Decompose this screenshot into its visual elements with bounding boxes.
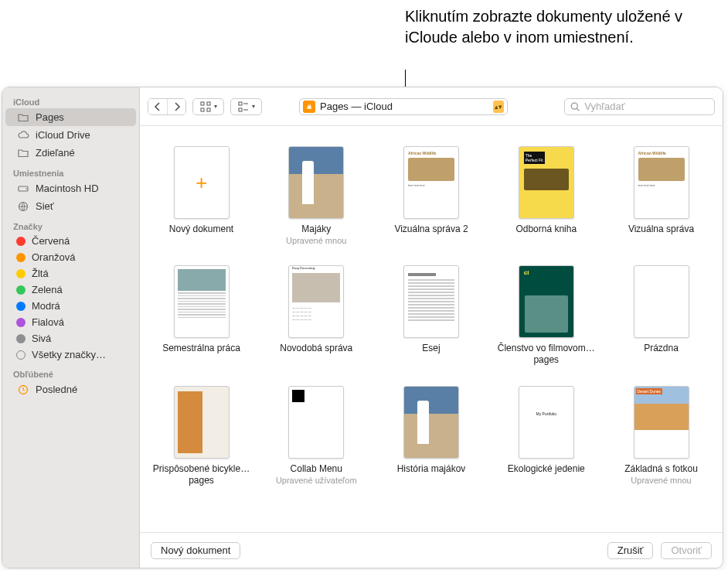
sidebar-item-label: Macintosh HD: [36, 183, 99, 194]
sidebar-item-label: Červená: [32, 235, 70, 247]
document-sublabel: Upravené užívateľom: [276, 476, 357, 485]
document-item[interactable]: MajákyUpravené mnou: [264, 146, 369, 245]
open-button[interactable]: Otvoriť: [661, 542, 712, 559]
document-item[interactable]: ThePerfect FitOdborná kniha: [494, 146, 598, 245]
document-label: Vizuálna správa 2: [394, 224, 468, 235]
finder-open-dialog: iCloudPagesiCloud DriveZdieľanéUmiestnen…: [2, 87, 723, 568]
network-icon: [16, 200, 29, 213]
sidebar-item[interactable]: Modrá: [5, 298, 136, 314]
sidebar-item-label: Zdieľané: [36, 147, 75, 159]
document-item[interactable]: Esej: [379, 265, 484, 366]
document-label: Majáky: [301, 224, 331, 235]
svg-rect-10: [239, 108, 242, 111]
search-input[interactable]: [584, 101, 709, 112]
grid-icon: [199, 101, 212, 113]
main-area: ▾ ▾ Pages — iCloud ▴▾ +Nový dokumentMajá…: [140, 87, 723, 568]
document-thumbnail: [288, 146, 344, 219]
sidebar-item-label: Zelená: [32, 284, 63, 295]
document-label: Vizuálna správa: [628, 224, 694, 235]
sidebar-item[interactable]: Pages: [5, 108, 136, 126]
document-label: Semestrálna práca: [162, 343, 240, 354]
hdd-icon: [16, 182, 29, 195]
sidebar-item[interactable]: Posledné: [5, 381, 136, 398]
document-thumbnail: [288, 386, 344, 459]
sidebar-section-header: Obľúbené: [2, 366, 139, 381]
chevron-down-icon: ▾: [214, 103, 217, 110]
view-mode-button[interactable]: ▾: [192, 98, 224, 115]
sidebar-item-label: Oranžová: [32, 251, 75, 263]
svg-rect-4: [201, 102, 204, 105]
cloud-icon: [16, 128, 29, 142]
sidebar-section-header: Značky: [2, 218, 139, 233]
document-item[interactable]: Prispôsobené bicykle…pages: [149, 386, 253, 486]
sidebar-item[interactable]: Zdieľané: [5, 144, 136, 162]
document-label: Prispôsobené bicykle…pages: [149, 463, 253, 486]
document-thumbnail: [174, 386, 230, 459]
tag-dot-icon: [16, 253, 26, 262]
sidebar-item[interactable]: Červená: [5, 233, 136, 249]
svg-rect-7: [207, 108, 210, 111]
sidebar-item[interactable]: Zelená: [5, 282, 136, 298]
document-thumbnail: Desert Dunes: [634, 386, 689, 459]
sidebar-item[interactable]: Macintosh HD: [5, 179, 136, 197]
sidebar-item-label: Sieť: [36, 200, 54, 212]
document-thumbnail: +: [174, 146, 230, 219]
sidebar-item-label: Žltá: [32, 268, 49, 279]
sidebar-item-label: Fialová: [32, 316, 64, 328]
sidebar-item[interactable]: Fialová: [5, 314, 136, 330]
document-item[interactable]: Desert DunesZákladná s fotkouUpravené mn…: [609, 386, 713, 486]
document-grid: +Nový dokumentMajákyUpravené mnouAfrican…: [140, 126, 723, 532]
sidebar-item[interactable]: Žltá: [5, 265, 136, 282]
pages-app-icon: [303, 101, 315, 113]
document-thumbnail: [519, 265, 574, 338]
toolbar: ▾ ▾ Pages — iCloud ▴▾: [140, 87, 723, 126]
document-item[interactable]: Easy Decorating— — — — —— — — — —— — — —…: [264, 265, 369, 366]
document-item[interactable]: +Nový dokument: [149, 146, 253, 245]
sidebar-item[interactable]: Všetky značky…: [5, 346, 136, 363]
document-thumbnail: [634, 265, 689, 338]
document-label: Ekologické jedenie: [508, 463, 585, 475]
nav-back-forward: [148, 98, 186, 115]
document-item[interactable]: Semestrálna práca: [149, 265, 253, 366]
document-item[interactable]: My PortfolioEkologické jedenie: [494, 386, 598, 486]
sidebar-item-label: Pages: [36, 111, 64, 123]
sidebar-item[interactable]: Sieť: [5, 197, 136, 215]
location-popup[interactable]: Pages — iCloud ▴▾: [299, 98, 508, 115]
group-button[interactable]: ▾: [230, 98, 262, 115]
sidebar-item[interactable]: iCloud Drive: [5, 126, 136, 144]
tag-dot-icon: [16, 318, 26, 327]
svg-line-13: [577, 108, 579, 111]
document-item[interactable]: African Wildlifetext text textVizuálna s…: [379, 146, 484, 245]
tag-dot-icon: [16, 237, 26, 246]
document-label: Novodobá správa: [280, 343, 352, 354]
new-document-button[interactable]: Nový dokument: [151, 542, 240, 559]
sidebar-item[interactable]: Oranžová: [5, 249, 136, 265]
sidebar-section-header: Umiestnenia: [2, 165, 139, 179]
chevron-right-icon: [171, 101, 183, 113]
sidebar-item-label: iCloud Drive: [36, 129, 90, 141]
document-thumbnail: African Wildlifetext text text: [634, 146, 689, 219]
document-thumbnail: My Portfolio: [519, 386, 574, 459]
document-item[interactable]: História majákov: [379, 386, 484, 486]
document-item[interactable]: African Wildlifetext text textVizuálna s…: [609, 146, 713, 245]
clock-icon: [16, 383, 29, 396]
nav-back-button[interactable]: [148, 99, 167, 114]
sidebar-item[interactable]: Sivá: [5, 330, 136, 346]
document-item[interactable]: Prázdna: [609, 265, 713, 366]
sidebar-item-label: Sivá: [32, 333, 51, 344]
svg-rect-6: [201, 108, 204, 111]
sidebar-item-label: Posledné: [36, 384, 77, 395]
search-field[interactable]: [564, 98, 715, 115]
document-thumbnail: [174, 265, 230, 338]
nav-forward-button[interactable]: [167, 99, 185, 114]
tag-dot-icon: [16, 285, 26, 295]
document-label: Esej: [422, 343, 440, 354]
tag-dot-icon: [16, 350, 26, 360]
shared-folder-icon: [16, 146, 29, 159]
document-item[interactable]: Collab MenuUpravené užívateľom: [264, 386, 369, 486]
sidebar: iCloudPagesiCloud DriveZdieľanéUmiestnen…: [2, 87, 140, 568]
document-label: Collab Menu: [291, 463, 342, 475]
cancel-button[interactable]: Zrušiť: [607, 542, 654, 559]
document-item[interactable]: Členstvo vo filmovom…pages: [494, 265, 598, 366]
chevron-left-icon: [151, 101, 164, 113]
